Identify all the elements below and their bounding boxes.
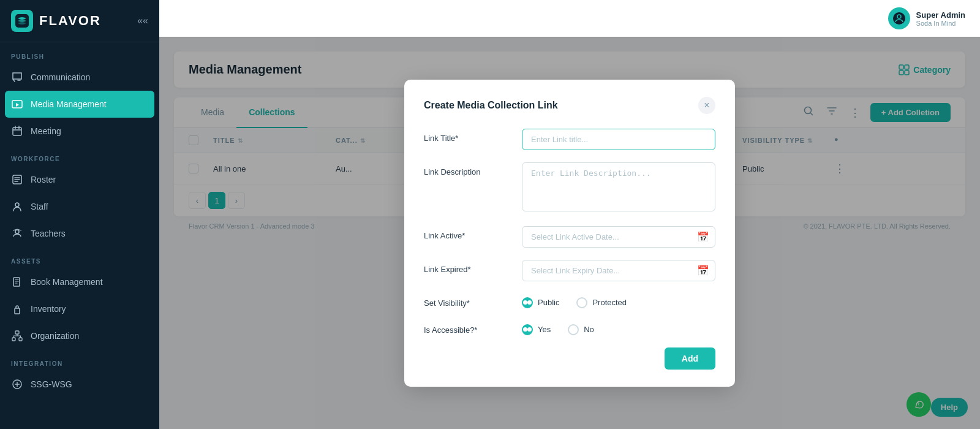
- logo-icon: [11, 10, 33, 32]
- svg-rect-8: [15, 331, 19, 334]
- teachers-icon: [11, 227, 23, 240]
- inventory-icon: [11, 303, 23, 315]
- radio-no-circle: [568, 324, 579, 335]
- link-expired-input[interactable]: [522, 260, 715, 281]
- is-accessible-label: Is Accessible?*: [424, 321, 510, 335]
- modal-close-button[interactable]: ×: [698, 97, 715, 114]
- user-info: Super Admin Soda In Mind: [888, 7, 965, 29]
- form-row-visibility: Set Visibility* Public Protected: [424, 294, 715, 308]
- sidebar-collapse-btn[interactable]: ««: [137, 15, 148, 26]
- calendar-active-icon: 📅: [697, 231, 709, 243]
- svg-rect-7: [15, 308, 20, 314]
- link-desc-input[interactable]: [522, 162, 715, 211]
- svg-rect-2: [13, 127, 21, 135]
- radio-yes-circle: [522, 324, 533, 335]
- visibility-public-label: Public: [538, 298, 559, 307]
- svg-point-5: [15, 230, 19, 233]
- svg-rect-9: [12, 338, 15, 341]
- publish-label: PUBLISH: [0, 42, 159, 64]
- modal-title: Create Media Collection Link: [424, 100, 558, 111]
- communication-icon: [11, 71, 23, 83]
- ssg-wsg-icon: [11, 378, 23, 390]
- sidebar-item-roster[interactable]: Roster: [0, 166, 159, 193]
- sidebar-section-integration: INTEGRATION SSG-WSG: [0, 349, 159, 398]
- roster-icon: [11, 173, 23, 186]
- accessible-yes-option[interactable]: Yes: [522, 324, 551, 335]
- radio-protected-circle: [576, 297, 587, 308]
- form-row-desc: Link Description: [424, 162, 715, 214]
- sidebar-item-label-inventory: Inventory: [31, 304, 66, 314]
- sidebar-item-label-staff: Staff: [31, 202, 48, 211]
- book-management-icon: [11, 276, 23, 288]
- visibility-public-option[interactable]: Public: [522, 297, 559, 308]
- accessible-radio-group: Yes No: [522, 321, 594, 335]
- link-active-input[interactable]: [522, 226, 715, 248]
- link-desc-field: [522, 162, 715, 214]
- form-row-expired: Link Expired* 📅: [424, 260, 715, 281]
- staff-icon: [11, 200, 23, 213]
- main-area: Super Admin Soda In Mind Media Managemen…: [159, 0, 980, 429]
- sidebar-item-meeting[interactable]: Meeting: [0, 118, 159, 145]
- sidebar-logo: FLAVOR ««: [0, 0, 159, 42]
- link-active-label: Link Active*: [424, 226, 510, 240]
- sidebar-section-publish: PUBLISH Communication Media Management M…: [0, 42, 159, 145]
- visibility-protected-option[interactable]: Protected: [576, 297, 627, 308]
- accessible-yes-label: Yes: [538, 325, 551, 334]
- modal: Create Media Collection Link × Link Titl…: [404, 80, 735, 387]
- sidebar-item-label-communication: Communication: [31, 72, 90, 82]
- sidebar-item-staff[interactable]: Staff: [0, 193, 159, 220]
- link-active-field: 📅: [522, 226, 715, 248]
- sidebar-item-label-teachers: Teachers: [31, 229, 66, 238]
- svg-point-4: [15, 203, 19, 207]
- link-title-field: [522, 129, 715, 150]
- link-expired-field: 📅: [522, 260, 715, 281]
- visibility-protected-label: Protected: [592, 298, 627, 307]
- link-expired-label: Link Expired*: [424, 260, 510, 274]
- sidebar-item-label-book: Book Management: [31, 277, 103, 287]
- visibility-radio-group: Public Protected: [522, 294, 627, 308]
- content-area: Media Management Category Media Collecti…: [159, 37, 980, 429]
- sidebar-item-inventory[interactable]: Inventory: [0, 295, 159, 322]
- sidebar-item-book-management[interactable]: Book Management: [0, 268, 159, 295]
- user-sub: Soda In Mind: [916, 20, 965, 27]
- workforce-label: WORKFORCE: [0, 145, 159, 166]
- user-name: Super Admin: [916, 10, 965, 20]
- topbar: Super Admin Soda In Mind: [159, 0, 980, 37]
- logo-text: FLAVOR: [39, 13, 101, 29]
- accessible-no-option[interactable]: No: [568, 324, 594, 335]
- link-title-input[interactable]: [522, 129, 715, 150]
- sidebar-item-label-media: Media Management: [31, 99, 107, 109]
- modal-footer: Add: [424, 347, 715, 370]
- organization-icon: [11, 330, 23, 342]
- sidebar-section-workforce: WORKFORCE Roster Staff Teachers: [0, 145, 159, 247]
- sidebar-item-organization[interactable]: Organization: [0, 322, 159, 349]
- assets-label: ASSETS: [0, 247, 159, 268]
- modal-add-button[interactable]: Add: [665, 347, 715, 370]
- sidebar-item-label-ssg: SSG-WSG: [31, 379, 72, 389]
- form-row-title: Link Title*: [424, 129, 715, 150]
- sidebar-item-communication[interactable]: Communication: [0, 64, 159, 91]
- form-row-active: Link Active* 📅: [424, 226, 715, 248]
- sidebar-item-ssg-wsg[interactable]: SSG-WSG: [0, 371, 159, 398]
- sidebar-item-media-management[interactable]: Media Management: [5, 91, 154, 118]
- svg-rect-10: [19, 338, 22, 341]
- sidebar-item-teachers[interactable]: Teachers: [0, 220, 159, 247]
- svg-rect-6: [13, 278, 20, 286]
- sidebar: FLAVOR «« PUBLISH Communication Media Ma…: [0, 0, 159, 429]
- media-management-icon: [11, 98, 23, 110]
- link-desc-label: Link Description: [424, 162, 510, 177]
- link-title-label: Link Title*: [424, 129, 510, 143]
- sidebar-section-assets: ASSETS Book Management Inventory Organiz…: [0, 247, 159, 349]
- integration-label: INTEGRATION: [0, 349, 159, 371]
- form-row-accessible: Is Accessible?* Yes No: [424, 321, 715, 335]
- modal-overlay[interactable]: Create Media Collection Link × Link Titl…: [159, 37, 980, 429]
- close-icon: ×: [704, 100, 709, 111]
- sidebar-item-label-roster: Roster: [31, 175, 56, 184]
- accessible-no-label: No: [584, 325, 594, 334]
- meeting-icon: [11, 125, 23, 137]
- radio-public-circle: [522, 297, 533, 308]
- modal-header: Create Media Collection Link ×: [424, 97, 715, 114]
- avatar: [888, 7, 910, 29]
- set-visibility-label: Set Visibility*: [424, 294, 510, 308]
- calendar-expired-icon: 📅: [697, 265, 709, 276]
